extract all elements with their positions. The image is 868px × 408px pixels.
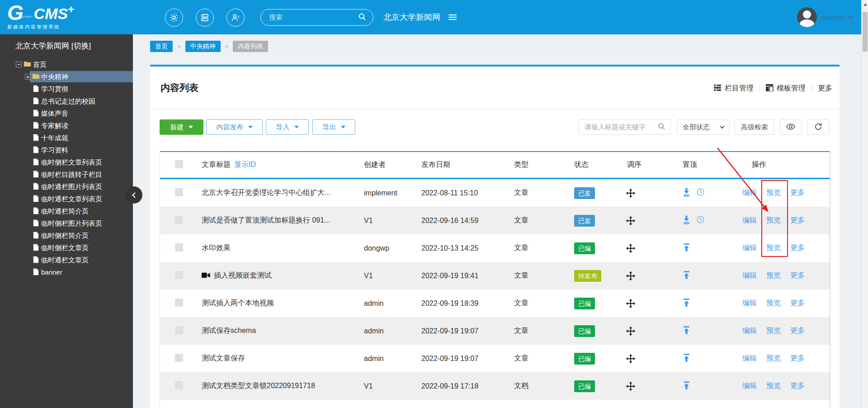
sidebar-collapse-button[interactable] [125, 186, 142, 204]
edit-link[interactable]: 编辑 [742, 216, 757, 224]
row-checkbox[interactable] [175, 188, 183, 196]
tree-item[interactable]: 学习资料 [0, 144, 133, 156]
refresh-button[interactable] [807, 119, 829, 135]
scroll-up-button[interactable] [862, 1, 868, 8]
page-scrollbar[interactable] [861, 0, 868, 408]
template-manage-button[interactable]: 模板管理 [766, 84, 806, 93]
preview-link[interactable]: 预览 [766, 244, 781, 251]
clock-icon[interactable] [696, 188, 705, 198]
pin-top-icon[interactable] [683, 381, 690, 392]
move-icon[interactable] [625, 243, 683, 253]
more-link[interactable]: 更多 [790, 244, 805, 251]
search-icon[interactable] [358, 12, 373, 23]
clock-icon[interactable] [696, 215, 705, 226]
user-menu[interactable]: dongwp [797, 0, 853, 34]
pin-top-icon[interactable] [683, 243, 690, 254]
tree-item[interactable]: 临时通栏文章页 [0, 254, 133, 266]
tree-item[interactable]: 临时通栏简介页 [0, 205, 133, 217]
tree-item[interactable]: 总书记走过的校园 [0, 95, 133, 107]
tree-item[interactable]: 临时侧栏图片列表页 [0, 217, 133, 229]
tree-item[interactable]: 专家解读 [0, 119, 133, 132]
select-all-checkbox[interactable] [175, 160, 183, 168]
article-title[interactable]: 测试插入两个本地视频 [202, 299, 274, 308]
preview-link[interactable]: 预览 [766, 299, 781, 307]
row-checkbox[interactable] [175, 354, 183, 362]
modules-button[interactable] [196, 9, 214, 27]
header-search[interactable]: 搜索 [260, 9, 373, 26]
breadcrumb-item[interactable]: 内容列表 [233, 41, 268, 52]
more-button[interactable]: 更多 [818, 84, 832, 93]
avatar[interactable] [797, 7, 817, 27]
move-icon[interactable] [625, 216, 683, 226]
preview-link[interactable]: 预览 [766, 354, 781, 362]
keyword-search-input[interactable]: 请输入标题或关键字 [579, 119, 671, 135]
advanced-search-button[interactable]: 高级检索 [735, 119, 774, 135]
pin-top-icon[interactable] [683, 298, 690, 309]
unpublish-icon[interactable] [683, 188, 690, 199]
export-button[interactable]: 导出 [312, 119, 355, 135]
tree-item[interactable]: 学习贯彻 [0, 83, 133, 95]
article-title[interactable]: 测试文档类型文章锁202209191718 [202, 381, 315, 391]
tree-item[interactable]: +中央精神 [0, 71, 133, 83]
article-title[interactable]: 测试是否做了置顶测试加标题换行 091... [202, 216, 330, 225]
edit-link[interactable]: 编辑 [742, 299, 757, 307]
status-filter-select[interactable]: 全部状态 [677, 119, 730, 135]
row-checkbox[interactable] [175, 216, 183, 224]
move-icon[interactable] [625, 381, 683, 391]
tree-item[interactable]: 临时侧栏简介页 [0, 229, 133, 242]
row-checkbox[interactable] [175, 326, 183, 334]
preview-link[interactable]: 预览 [766, 327, 781, 334]
move-icon[interactable] [625, 188, 683, 198]
scrollbar-thumb[interactable] [863, 12, 868, 52]
more-link[interactable]: 更多 [790, 271, 805, 279]
move-icon[interactable] [625, 326, 683, 336]
edit-link[interactable]: 编辑 [742, 382, 757, 389]
article-title[interactable]: 测试文章保存 [202, 354, 245, 363]
pin-top-icon[interactable] [683, 353, 690, 364]
tree-item[interactable]: 临时通栏文章列表页 [0, 193, 133, 205]
more-link[interactable]: 更多 [790, 299, 805, 307]
preview-link[interactable]: 预览 [766, 189, 781, 196]
more-link[interactable]: 更多 [790, 216, 805, 224]
search-icon[interactable] [657, 122, 670, 133]
row-checkbox[interactable] [175, 243, 183, 251]
row-checkbox[interactable] [175, 381, 183, 389]
tree-item[interactable]: 临时通栏图片列表页 [0, 180, 133, 193]
hamburger-icon[interactable] [448, 13, 457, 21]
row-checkbox[interactable] [175, 299, 183, 307]
more-link[interactable]: 更多 [790, 327, 805, 334]
tree-item[interactable]: 临时侧栏文章页 [0, 242, 133, 254]
article-title[interactable]: 插入视频嵌套测试 [214, 271, 272, 280]
edit-link[interactable]: 编辑 [742, 354, 757, 362]
more-link[interactable]: 更多 [790, 189, 805, 196]
more-link[interactable]: 更多 [790, 382, 805, 389]
tree-item[interactable]: 十年成就 [0, 132, 133, 144]
tree-item[interactable]: banner [0, 266, 133, 278]
preview-link[interactable]: 预览 [766, 382, 781, 389]
tree-item[interactable]: 媒体声音 [0, 107, 133, 119]
content-publish-button[interactable]: 内容发布 [206, 119, 263, 135]
article-title[interactable]: 测试保存schema [202, 326, 256, 336]
preview-link[interactable]: 预览 [766, 216, 781, 224]
pin-top-icon[interactable] [683, 270, 690, 281]
article-title[interactable]: 水印效果 [202, 243, 231, 253]
breadcrumb-item[interactable]: 中央精神 [185, 41, 221, 52]
new-button[interactable]: 新建 [160, 119, 203, 135]
edit-link[interactable]: 编辑 [742, 271, 757, 279]
show-id-link[interactable]: 显示ID [234, 160, 256, 170]
edit-link[interactable]: 编辑 [742, 244, 757, 251]
tree-expander[interactable]: + [25, 74, 31, 80]
unpublish-icon[interactable] [683, 215, 690, 226]
move-icon[interactable] [625, 299, 683, 308]
tree-item[interactable]: 临时侧栏文章列表页 [0, 156, 133, 168]
users-button[interactable] [226, 9, 245, 27]
move-icon[interactable] [625, 354, 683, 364]
pin-top-icon[interactable] [683, 326, 690, 337]
row-checkbox[interactable] [175, 271, 183, 279]
view-toggle-button[interactable] [780, 119, 802, 135]
more-link[interactable]: 更多 [790, 354, 805, 362]
move-icon[interactable] [625, 271, 683, 281]
import-button[interactable]: 导入 [266, 119, 309, 135]
tree-item[interactable]: −首页 [0, 58, 133, 71]
preview-link[interactable]: 预览 [766, 271, 781, 279]
